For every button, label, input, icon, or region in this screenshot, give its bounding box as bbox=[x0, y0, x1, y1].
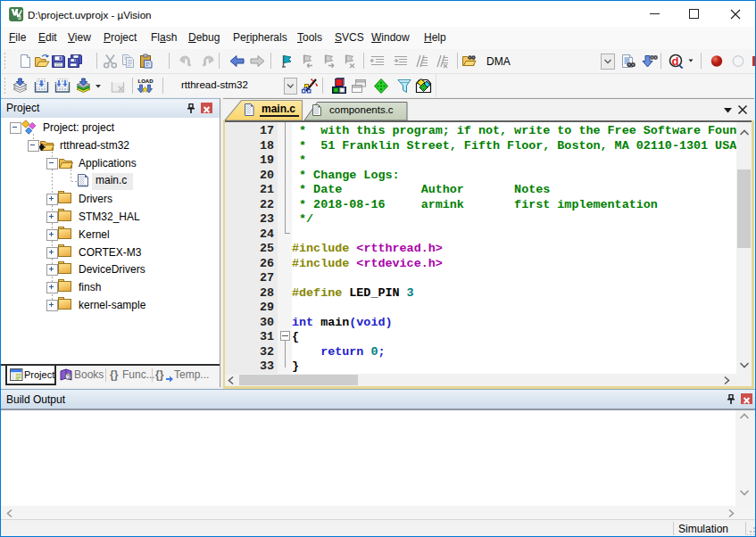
svg-text:5: 5 bbox=[18, 14, 21, 21]
svg-text:LOAD: LOAD bbox=[138, 78, 154, 84]
svg-text:d: d bbox=[672, 54, 679, 68]
svg-text:?: ? bbox=[67, 373, 71, 381]
